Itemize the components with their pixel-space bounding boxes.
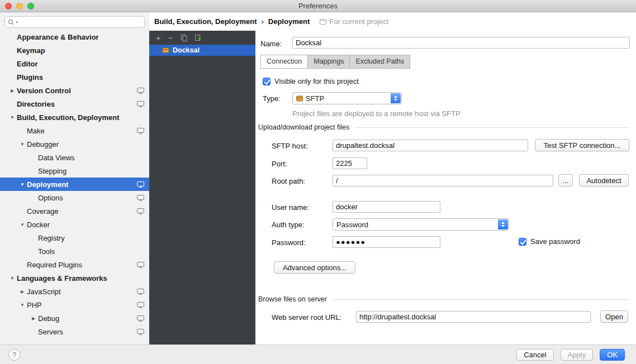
window-title: Preferences	[298, 2, 338, 10]
tab-connection[interactable]: Connection	[260, 55, 308, 69]
test-connection-button[interactable]: Test SFTP connection...	[535, 139, 629, 151]
browse-button[interactable]: ...	[558, 174, 573, 186]
sidebar-tree-item[interactable]: Editor	[0, 57, 149, 70]
tree-item-label: JavaScript	[27, 288, 61, 296]
sidebar-tree-item[interactable]: Debug	[0, 312, 149, 325]
add-icon[interactable]: +	[156, 33, 161, 42]
sidebar-tree-item[interactable]: JavaScript	[0, 285, 149, 298]
user-name-label: User name:	[272, 202, 309, 213]
type-help-text: Project files are deployed to a remote h…	[292, 109, 461, 118]
tree-expand-arrow-icon[interactable]	[8, 276, 17, 281]
sidebar-tree-item[interactable]: Servers	[0, 325, 149, 338]
scope-indicator: For current project	[320, 17, 388, 26]
project-level-icon	[137, 88, 144, 94]
sidebar-tree-item[interactable]: Tools	[0, 245, 149, 258]
sidebar-tree-item[interactable]: Required Plugins	[0, 258, 149, 271]
cancel-button[interactable]: Cancel	[516, 349, 553, 361]
tree-item-label: Tools	[38, 247, 55, 256]
name-field[interactable]	[292, 37, 630, 49]
scope-label: For current project	[329, 17, 388, 26]
remove-icon[interactable]: −	[168, 33, 173, 42]
dropdown-stepper-icon[interactable]	[498, 219, 508, 229]
tree-item-label: Stepping	[38, 167, 67, 175]
save-password-checkbox[interactable]: Save password	[519, 237, 580, 246]
sidebar-tree-item[interactable]: Directories	[0, 97, 149, 111]
sidebar-tree-item[interactable]: Keymap	[0, 44, 149, 57]
sidebar-tree-item[interactable]: Options	[0, 191, 149, 204]
sidebar-tree-item[interactable]: Registry	[0, 231, 149, 245]
web-root-field[interactable]	[356, 311, 591, 323]
open-button[interactable]: Open	[600, 310, 628, 323]
server-icon	[162, 47, 169, 54]
sidebar-tree-item[interactable]: Plugins	[0, 70, 149, 84]
tree-expand-arrow-icon[interactable]	[18, 142, 27, 147]
settings-sidebar: ▾ Appearance & Behavior Keymap	[0, 12, 149, 344]
sidebar-tree-item[interactable]: Data Views	[0, 151, 149, 164]
tree-expand-arrow-icon[interactable]	[29, 316, 38, 321]
search-icon	[8, 19, 15, 26]
settings-tree: Appearance & Behavior Keymap	[0, 30, 149, 338]
checkbox-checked-icon[interactable]	[263, 78, 270, 85]
auth-type-label: Auth type:	[272, 219, 305, 231]
checkbox-checked-icon[interactable]	[519, 238, 526, 246]
close-icon[interactable]	[5, 3, 12, 9]
autodetect-button[interactable]: Autodetect	[579, 174, 629, 186]
password-field[interactable]	[333, 236, 440, 248]
sidebar-tree-item[interactable]: Build, Execution, Deployment	[0, 111, 149, 124]
copy-icon[interactable]	[181, 34, 187, 41]
advanced-options-button[interactable]: Advanced options...	[274, 261, 355, 274]
sidebar-tree-item[interactable]: Appearance & Behavior	[0, 30, 149, 44]
server-list-item[interactable]: Docksal	[149, 45, 255, 56]
tree-item-label: Appearance & Behavior	[17, 33, 99, 41]
dropdown-stepper-icon[interactable]	[391, 93, 401, 103]
tree-item-label: Servers	[38, 328, 63, 336]
tree-expand-arrow-icon[interactable]	[18, 303, 27, 308]
tree-expand-arrow-icon[interactable]	[8, 88, 17, 93]
paste-icon[interactable]	[194, 34, 202, 41]
sidebar-tree-item[interactable]: Stepping	[0, 164, 149, 178]
sidebar-tree-item[interactable]: PHP	[0, 298, 149, 312]
tab-mappings[interactable]: Mappings	[307, 55, 350, 69]
sidebar-tree-item[interactable]: Coverage	[0, 204, 149, 218]
project-level-icon	[137, 315, 144, 322]
tree-expand-arrow-icon[interactable]	[18, 222, 27, 227]
sidebar-tree-item[interactable]: Debugger	[0, 137, 149, 151]
tree-item-label: Languages & Frameworks	[17, 274, 107, 282]
traffic-lights	[5, 3, 34, 9]
sidebar-tree-item[interactable]: Make	[0, 124, 149, 137]
user-name-field[interactable]	[333, 201, 440, 213]
tree-expand-arrow-icon[interactable]	[8, 115, 17, 120]
port-field[interactable]	[333, 157, 367, 169]
sidebar-tree-item[interactable]: Version Control	[0, 84, 149, 97]
tab-excluded-paths[interactable]: Excluded Paths	[349, 55, 410, 69]
sidebar-tree-item[interactable]: Languages & Frameworks	[0, 271, 149, 285]
sftp-host-field[interactable]	[333, 140, 528, 151]
tree-item-label: Debug	[38, 314, 59, 323]
search-input[interactable]	[19, 18, 141, 26]
tree-item-label: Options	[38, 194, 63, 202]
preferences-window: Preferences ▾ Appearance & Behavior	[0, 0, 636, 364]
upload-section-header: Upload/download project files	[258, 123, 630, 131]
type-dropdown[interactable]: SFTP	[292, 92, 402, 104]
apply-button[interactable]: Apply	[561, 349, 594, 361]
zoom-icon[interactable]	[27, 3, 34, 9]
tree-item-label: Docker	[27, 221, 50, 229]
tree-expand-arrow-icon[interactable]	[18, 289, 27, 294]
help-icon[interactable]: ?	[8, 349, 20, 361]
project-level-icon	[137, 262, 144, 268]
tree-expand-arrow-icon[interactable]	[18, 182, 27, 187]
root-path-field[interactable]	[333, 175, 553, 186]
settings-search[interactable]: ▾	[4, 16, 145, 28]
sidebar-tree-item[interactable]: Docker	[0, 218, 149, 231]
search-options-icon[interactable]: ▾	[16, 20, 18, 25]
ok-button[interactable]: OK	[600, 349, 625, 361]
visible-only-checkbox[interactable]: Visible only for this project	[263, 77, 359, 85]
sidebar-tree-item[interactable]: Deployment	[0, 178, 149, 191]
browse-section-header: Browse files on server	[258, 295, 630, 303]
tree-item-label: Registry	[38, 234, 65, 242]
auth-type-dropdown[interactable]: Password	[333, 218, 509, 231]
save-password-label: Save password	[530, 237, 580, 246]
web-root-label: Web server root URL:	[272, 312, 341, 323]
minimize-icon[interactable]	[16, 3, 23, 9]
tree-item-label: Deployment	[27, 180, 68, 189]
